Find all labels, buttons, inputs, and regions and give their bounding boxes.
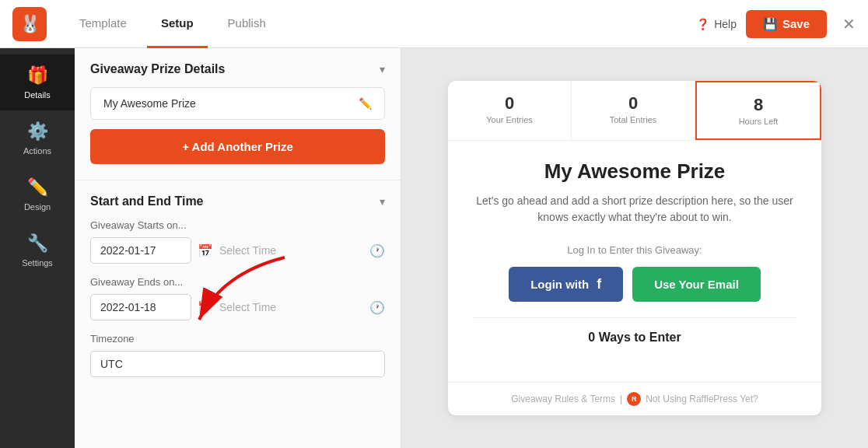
time-chevron-icon: ▾ [380,195,385,208]
sidebar-item-details-label: Details [24,90,51,100]
right-panel: 0 Your Entries 0 Total Entries 8 Hours L… [401,48,868,448]
facebook-icon: f [597,276,601,292]
sidebar: 🎁 Details ⚙️ Actions ✏️ Design 🔧 Setting… [0,48,75,448]
facebook-login-button[interactable]: Login with f [509,267,623,302]
help-label: Help [714,18,737,30]
save-button[interactable]: 💾 Save [746,10,827,38]
sidebar-item-settings-label: Settings [22,258,53,268]
main-layout: 🎁 Details ⚙️ Actions ✏️ Design 🔧 Setting… [0,48,868,448]
preview-prize-title: My Awesome Prize [473,159,796,184]
time-section-header[interactable]: Start and End Time ▾ [75,180,401,219]
logo-button[interactable]: 🐰 [12,7,47,41]
prize-section-header[interactable]: Giveaway Prize Details ▾ [75,48,401,87]
preview-prize-desc: Let's go ahead and add a short prize des… [473,193,796,226]
time-section-title: Start and End Time [90,194,204,208]
ends-date-input[interactable] [90,294,191,320]
sidebar-item-design-label: Design [24,202,51,212]
stat-hours-left: 8 Hours Left [695,81,821,140]
tab-publish[interactable]: Publish [214,0,280,48]
stat-your-entries: 0 Your Entries [448,81,572,140]
topbar-actions: ❓ Help 💾 Save ✕ [696,10,856,38]
starts-date-row: 📅 Select Time 🕐 [90,237,385,264]
sidebar-item-actions[interactable]: ⚙️ Actions [0,110,75,166]
ends-clock-icon[interactable]: 🕐 [369,300,385,315]
starts-time-placeholder: Select Time [219,244,363,257]
prize-section-title: Giveaway Prize Details [90,62,225,76]
hours-left-label: Hours Left [703,117,814,126]
timezone-label: Timezone [90,333,385,345]
sidebar-item-details[interactable]: 🎁 Details [0,54,75,110]
footer-rules-link[interactable]: Giveaway Rules & Terms [511,394,615,404]
footer-logo-icon: R [627,392,641,406]
footer-separator: | [620,394,622,404]
ends-time-placeholder: Select Time [219,301,363,313]
hours-left-number: 8 [703,95,814,115]
ends-date-row: 📅 Select Time 🕐 [90,294,385,320]
tab-template[interactable]: Template [65,0,141,48]
topbar: 🐰 Template Setup Publish ❓ Help 💾 Save ✕ [0,0,868,48]
login-prompt: Log In to Enter this Giveaway: [473,244,796,256]
add-prize-label: + Add Another Prize [182,140,293,153]
left-panel: Giveaway Prize Details ▾ My Awesome Priz… [75,48,401,448]
email-login-button[interactable]: Use Your Email [632,267,761,302]
prize-name-label: My Awesome Prize [103,97,196,110]
add-prize-button[interactable]: + Add Another Prize [90,129,385,164]
your-entries-label: Your Entries [454,115,565,124]
settings-icon: 🔧 [27,233,48,254]
starts-label: Giveaway Starts on... [90,219,385,231]
sidebar-item-settings[interactable]: 🔧 Settings [0,222,75,278]
preview-footer: Giveaway Rules & Terms | R Not Using Raf… [448,382,821,415]
tab-setup[interactable]: Setup [147,0,208,48]
email-login-label: Use Your Email [654,278,739,291]
ways-divider: 0 Ways to Enter [473,317,796,345]
logo-icon: 🐰 [19,14,40,34]
starts-date-input[interactable] [90,237,191,264]
prize-chevron-icon: ▾ [380,63,385,75]
preview-body: My Awesome Prize Let's go ahead and add … [448,141,821,373]
details-icon: 🎁 [27,65,48,86]
help-icon: ❓ [696,18,709,30]
login-buttons: Login with f Use Your Email [473,267,796,302]
starts-clock-icon[interactable]: 🕐 [369,243,385,258]
save-icon: 💾 [763,17,778,31]
total-entries-label: Total Entries [578,115,688,124]
total-entries-number: 0 [578,93,688,114]
prize-item: My Awesome Prize ✏️ [90,87,385,120]
save-label: Save [782,17,810,30]
preview-card: 0 Your Entries 0 Total Entries 8 Hours L… [448,81,821,415]
timezone-value: UTC [90,351,385,377]
actions-icon: ⚙️ [27,121,48,142]
ends-label: Giveaway Ends on... [90,276,385,288]
ways-to-enter-title: 0 Ways to Enter [473,331,796,345]
facebook-login-label: Login with [530,278,589,291]
nav-tabs: Template Setup Publish [65,0,696,48]
close-button[interactable]: ✕ [842,15,856,33]
ends-calendar-icon[interactable]: 📅 [198,300,213,315]
edit-prize-icon[interactable]: ✏️ [359,97,372,110]
your-entries-number: 0 [454,93,565,114]
sidebar-item-design[interactable]: ✏️ Design [0,166,75,222]
stat-total-entries: 0 Total Entries [572,81,695,140]
footer-cta[interactable]: Not Using RafflePress Yet? [646,394,758,404]
sidebar-item-actions-label: Actions [23,146,51,156]
design-icon: ✏️ [27,177,48,198]
help-button[interactable]: ❓ Help [696,18,737,30]
stats-row: 0 Your Entries 0 Total Entries 8 Hours L… [448,81,821,141]
starts-calendar-icon[interactable]: 📅 [198,243,213,258]
